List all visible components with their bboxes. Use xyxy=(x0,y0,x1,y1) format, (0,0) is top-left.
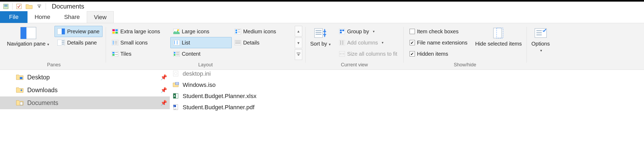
layout-extra-large-icons[interactable]: Extra large icons xyxy=(109,26,170,37)
details-pane-button[interactable]: Details pane xyxy=(54,37,102,48)
svg-rect-45 xyxy=(112,54,115,56)
file-name-extensions-toggle[interactable]: ✔ File name extensions xyxy=(407,37,470,48)
sort-by-button[interactable]: Sort by▼ xyxy=(309,26,333,48)
file-item[interactable]: epdf Student.Budget.Planner.pdf xyxy=(170,102,644,113)
folder-desktop-icon xyxy=(16,74,23,81)
svg-rect-6 xyxy=(21,27,26,39)
content-icon xyxy=(173,51,180,56)
window-title: Documents xyxy=(52,3,84,10)
qat-properties-icon[interactable] xyxy=(15,3,23,10)
svg-rect-35 xyxy=(174,43,175,44)
add-columns-icon xyxy=(339,40,345,45)
svg-text:pdf: pdf xyxy=(174,108,176,110)
tab-file[interactable]: File xyxy=(0,11,28,23)
layout-medium-icons[interactable]: Medium icons xyxy=(232,26,293,37)
file-item[interactable]: desktop.ini xyxy=(170,68,644,79)
group-by-button[interactable]: Group by▼ xyxy=(336,26,400,37)
preview-pane-icon xyxy=(57,29,65,34)
svg-point-26 xyxy=(113,41,114,42)
nav-item-documents[interactable]: Documents 📌 xyxy=(0,96,170,109)
tab-home[interactable]: Home xyxy=(28,11,57,23)
svg-rect-56 xyxy=(315,29,323,38)
extra-large-icons-icon xyxy=(112,29,118,34)
svg-rect-55 xyxy=(297,53,300,53)
tab-view[interactable]: View xyxy=(87,11,114,23)
small-icons-icon xyxy=(112,40,118,45)
navigation-pane-label: Navigation pane xyxy=(7,41,46,47)
svg-rect-8 xyxy=(62,29,65,34)
chevron-down-icon: ▼ xyxy=(47,43,50,46)
svg-rect-34 xyxy=(174,42,175,43)
item-check-boxes-toggle[interactable]: Item check boxes xyxy=(407,26,470,37)
svg-rect-58 xyxy=(316,32,321,33)
svg-rect-23 xyxy=(238,30,240,30)
svg-rect-24 xyxy=(238,32,240,32)
checkbox-icon xyxy=(410,29,415,34)
gallery-scroll-down[interactable]: ▼ xyxy=(295,38,302,48)
svg-rect-14 xyxy=(112,29,115,31)
file-list: desktop.ini ISO Windows.iso X Student.Bu… xyxy=(170,70,644,113)
qat-dropdown-icon[interactable] xyxy=(36,3,43,10)
svg-rect-64 xyxy=(339,40,345,45)
tab-share[interactable]: Share xyxy=(57,11,87,23)
svg-rect-22 xyxy=(235,32,237,33)
titlebar: Documents xyxy=(0,0,644,11)
svg-rect-33 xyxy=(174,41,175,42)
layout-content[interactable]: Content xyxy=(170,48,232,59)
xlsx-file-icon: X xyxy=(172,93,179,100)
svg-rect-38 xyxy=(177,43,178,44)
preview-pane-button[interactable]: Preview pane xyxy=(54,26,102,37)
options-button[interactable]: Options▼ xyxy=(530,26,551,54)
folder-icon xyxy=(25,3,33,10)
layout-details[interactable]: Details xyxy=(232,37,293,48)
ribbon-group-panes: Navigation pane▼ Preview pane Details pa… xyxy=(2,26,106,68)
svg-text:X: X xyxy=(174,94,176,98)
svg-point-27 xyxy=(113,42,114,43)
layout-tiles[interactable]: Tiles xyxy=(109,48,170,59)
layout-gallery-scroll: ▲ ▼ xyxy=(295,26,302,60)
details-icon xyxy=(235,40,241,45)
layout-small-icons[interactable]: Small icons xyxy=(109,37,170,48)
ribbon-group-show-hide: Item check boxes ✔ File name extensions … xyxy=(403,26,527,68)
layout-large-icons[interactable]: Large icons xyxy=(170,26,232,37)
svg-rect-2 xyxy=(4,6,7,6)
options-icon xyxy=(534,27,548,39)
svg-rect-73 xyxy=(173,71,178,76)
svg-rect-47 xyxy=(115,54,118,55)
preview-pane-label: Preview pane xyxy=(67,29,99,35)
svg-rect-21 xyxy=(235,30,237,31)
details-pane-label: Details pane xyxy=(67,40,97,46)
layout-gallery: Extra large icons Large icons Medium ico… xyxy=(109,26,293,60)
svg-text:ISO: ISO xyxy=(176,83,179,84)
svg-rect-51 xyxy=(176,53,179,54)
details-pane-icon xyxy=(57,40,65,46)
file-item[interactable]: ISO Windows.iso xyxy=(170,79,644,91)
svg-rect-65 xyxy=(340,40,341,45)
tiles-icon xyxy=(112,51,118,56)
pin-icon: 📌 xyxy=(160,74,167,80)
hide-selected-items-button[interactable]: Hide selected items xyxy=(474,26,524,48)
navigation-pane-button[interactable]: Navigation pane▼ xyxy=(5,26,51,48)
nav-item-desktop[interactable]: Desktop 📌 xyxy=(0,71,170,84)
hidden-items-toggle[interactable]: ✔ Hidden items xyxy=(407,48,470,59)
svg-rect-54 xyxy=(176,55,179,56)
pin-icon: 📌 xyxy=(160,100,167,106)
svg-rect-63 xyxy=(340,32,342,33)
file-item[interactable]: X Student.Budget.Planner.xlsx xyxy=(170,91,644,102)
nav-item-downloads[interactable]: Downloads 📌 xyxy=(0,84,170,96)
panes-group-label: Panes xyxy=(47,62,61,68)
svg-rect-15 xyxy=(115,29,118,31)
navigation-pane-icon xyxy=(20,27,36,39)
svg-rect-50 xyxy=(176,52,179,52)
svg-point-19 xyxy=(177,29,179,31)
gallery-scroll-up[interactable]: ▲ xyxy=(295,26,302,37)
svg-point-28 xyxy=(113,43,114,44)
svg-rect-57 xyxy=(316,30,321,31)
chevron-down-icon: ▼ xyxy=(372,30,375,33)
svg-rect-46 xyxy=(115,52,118,53)
medium-icons-icon xyxy=(235,29,241,34)
layout-list[interactable]: List xyxy=(170,37,232,48)
show-hide-group-label: Show/hide xyxy=(454,62,476,68)
gallery-expand[interactable] xyxy=(295,49,302,60)
svg-rect-17 xyxy=(115,32,118,34)
